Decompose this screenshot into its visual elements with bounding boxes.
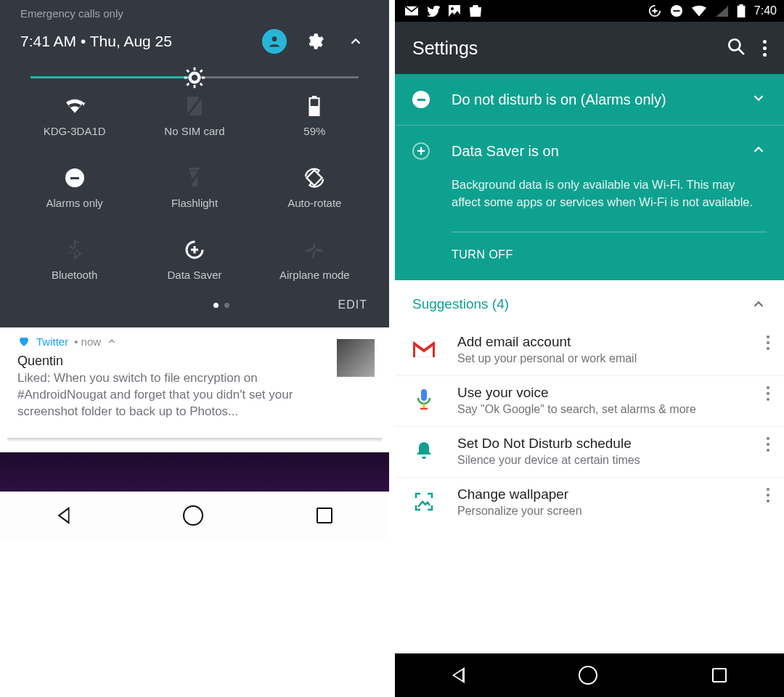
flashlight-tile[interactable]: Flashlight (134, 168, 254, 209)
dnd-icon (65, 168, 84, 188)
flashlight-icon (187, 168, 202, 188)
chevron-up-icon (348, 33, 364, 49)
suggestion-dnd-schedule[interactable]: Set Do Not Disturb scheduleSilence your … (395, 426, 784, 477)
notification-app: Twitter (36, 335, 68, 348)
gmail-icon (409, 341, 438, 357)
quick-settings-panel: Emergency calls only 7:41 AM • Thu, Aug … (0, 0, 389, 327)
svg-point-15 (451, 7, 454, 10)
suggestion-voice[interactable]: Use your voiceSay "Ok Google" to search,… (395, 375, 784, 426)
bell-icon (409, 441, 438, 461)
pager-dots[interactable] (213, 303, 229, 308)
notification-body: Twitter • now Quentin Liked: When you sw… (17, 335, 328, 420)
battery-icon (309, 96, 320, 116)
back-button[interactable] (57, 507, 70, 524)
wallpaper-icon (409, 492, 438, 511)
wifi-status-icon (692, 5, 706, 17)
sim-tile[interactable]: No SIM card (134, 96, 254, 137)
gear-icon (306, 32, 324, 51)
autorotate-label: Auto-rotate (287, 197, 341, 209)
datasaver-description: Background data is only available via Wi… (395, 176, 784, 226)
emergency-text: Emergency calls only (0, 0, 389, 20)
wifi-tile[interactable]: KDG-3DA1D (15, 96, 134, 137)
chevron-up-icon (107, 336, 117, 346)
autorotate-tile[interactable]: Auto-rotate (255, 168, 375, 209)
bluetooth-off-icon (67, 240, 83, 260)
search-button[interactable] (727, 37, 746, 59)
gmail-status-icon (405, 6, 418, 16)
suggestion-add-email[interactable]: Add email accountSet up your personal or… (395, 325, 784, 375)
quick-settings-screenshot: Emergency calls only 7:41 AM • Thu, Aug … (0, 0, 395, 697)
suggestion-title: Add email account (457, 334, 748, 350)
edit-button[interactable]: EDIT (338, 298, 367, 311)
back-button[interactable] (452, 667, 465, 683)
suggestion-subtitle: Silence your device at certain times (457, 454, 748, 467)
svg-rect-6 (310, 106, 319, 115)
dnd-label: Alarms only (46, 197, 102, 209)
dnd-status-icon (670, 4, 683, 17)
suggestion-title: Change wallpaper (457, 486, 748, 502)
navigation-bar (0, 492, 389, 539)
twitter-status-icon (427, 5, 440, 17)
bluetooth-tile[interactable]: Bluetooth (15, 240, 134, 281)
notification-card[interactable]: Twitter • now Quentin Liked: When you sw… (0, 327, 389, 431)
svg-rect-18 (673, 10, 679, 12)
home-screen-peek (0, 452, 389, 492)
suggestions-title: Suggestions (4) (412, 296, 751, 312)
suggestions-header[interactable]: Suggestions (4) (395, 280, 784, 325)
svg-point-0 (272, 36, 277, 41)
notification-title: Quentin (17, 354, 328, 369)
qs-tiles-grid: KDG-3DA1D No SIM card 59% Alarms only (0, 89, 389, 281)
user-icon (262, 29, 287, 54)
qs-footer: EDIT (0, 281, 389, 320)
recents-button[interactable] (317, 508, 332, 523)
recents-button[interactable] (712, 668, 727, 682)
app-bar: Settings (395, 22, 784, 74)
notification-text: Liked: When you switch to file encryptio… (17, 370, 322, 420)
svg-line-23 (738, 49, 744, 54)
brightness-thumb-icon (182, 65, 207, 90)
wifi-icon (64, 96, 86, 116)
notification-time: • now (74, 335, 101, 348)
twitter-heart-icon (17, 335, 30, 348)
chevron-up-icon (751, 142, 767, 160)
suggestion-title: Use your voice (457, 385, 748, 401)
datasaver-turnoff-button[interactable]: TURN OFF (395, 232, 784, 280)
signal-status-icon (715, 5, 728, 17)
datasaver-tile[interactable]: Data Saver (134, 240, 254, 281)
suggestion-subtitle: Say "Ok Google" to search, set alarms & … (457, 403, 748, 416)
user-avatar-button[interactable] (261, 28, 287, 54)
suggestions-list: Add email accountSet up your personal or… (395, 325, 784, 528)
suggestion-more-button[interactable] (767, 386, 770, 402)
flashlight-label: Flashlight (171, 197, 218, 209)
suggestion-wallpaper[interactable]: Change wallpaperPersonalize your screen (395, 477, 784, 528)
settings-screenshot: 7:40 Settings Do not disturb is on (Alar… (395, 0, 784, 697)
home-button[interactable] (579, 666, 597, 685)
search-icon (727, 37, 746, 56)
bluetooth-label: Bluetooth (52, 269, 97, 281)
overflow-menu-button[interactable] (763, 40, 767, 57)
battery-tile[interactable]: 59% (255, 96, 375, 137)
brightness-fill (30, 76, 195, 78)
svg-rect-20 (739, 4, 743, 6)
suggestion-more-button[interactable] (767, 437, 770, 452)
notification-avatar (337, 339, 375, 377)
notification-divider (7, 438, 382, 442)
datasaver-banner[interactable]: Data Saver is on (395, 126, 784, 176)
back-icon (57, 507, 69, 524)
qs-time-date: 7:41 AM • Thu, Aug 25 (20, 33, 247, 50)
suggestion-more-button[interactable] (767, 488, 770, 503)
autorotate-icon (303, 168, 325, 188)
home-button[interactable] (183, 505, 203, 526)
dnd-banner-icon (411, 91, 431, 108)
airplane-off-icon (304, 240, 324, 260)
dnd-banner[interactable]: Do not disturb is on (Alarms only) (395, 74, 784, 126)
dnd-tile[interactable]: Alarms only (15, 168, 134, 209)
brightness-slider[interactable] (0, 60, 389, 89)
settings-button[interactable] (302, 28, 328, 54)
collapse-button[interactable] (343, 28, 369, 54)
chevron-up-icon (751, 296, 767, 312)
suggestion-more-button[interactable] (767, 335, 770, 351)
airplane-tile[interactable]: Airplane mode (255, 240, 375, 281)
chevron-down-icon (751, 90, 767, 109)
alerts-banner: Do not disturb is on (Alarms only) Data … (395, 74, 784, 280)
